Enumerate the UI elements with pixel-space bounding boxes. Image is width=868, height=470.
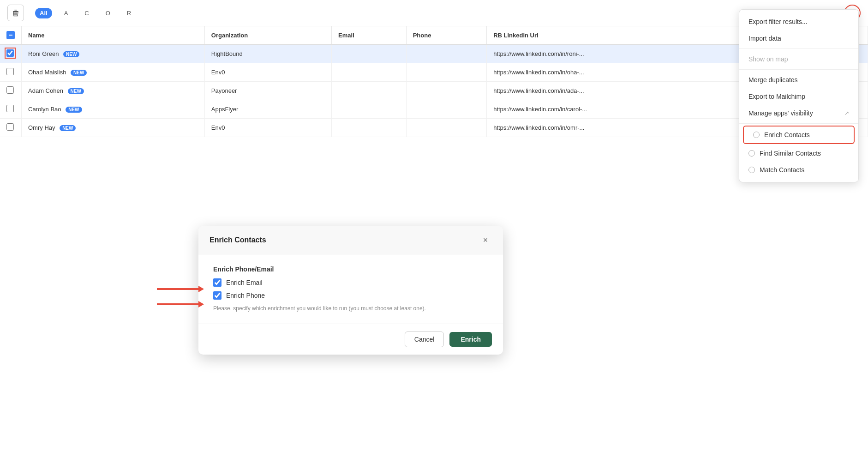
row-name: Omry Hay NEW — [22, 119, 205, 137]
row-checkbox-cell[interactable] — [0, 63, 22, 82]
table-row: Adam Cohen NEWPayoneerhttps://www.linked… — [0, 82, 868, 100]
row-checkbox[interactable] — [6, 49, 14, 57]
filter-tabs: All A C O R — [35, 8, 136, 18]
row-name: Carolyn Bao NEW — [22, 100, 205, 119]
menu-manage-apps[interactable]: Manage apps' visibility ↗ — [739, 105, 858, 121]
enrich-contacts-radio — [753, 132, 760, 138]
menu-match-contacts[interactable]: Match Contacts — [739, 162, 858, 178]
match-contacts-label: Match Contacts — [760, 166, 804, 174]
modal-title: Enrich Contacts — [210, 236, 266, 244]
row-cell: AppsFlyer — [204, 100, 331, 119]
row-checkbox-cell[interactable] — [0, 82, 22, 100]
modal-body: Enrich Phone/Email Enrich Email Enrich P… — [198, 254, 503, 324]
row-checkbox-cell[interactable] — [0, 119, 22, 137]
external-link-icon: ↗ — [844, 110, 849, 116]
row-cell: Env0 — [204, 119, 331, 137]
table-row: Carolyn Bao NEWAppsFlyerhttps://www.link… — [0, 100, 868, 119]
cancel-button[interactable]: Cancel — [405, 331, 444, 347]
filter-tab-a[interactable]: A — [60, 8, 73, 18]
row-cell: https://www.linkedin.com/in/oha-... — [487, 63, 759, 82]
filter-tab-r[interactable]: R — [122, 8, 136, 18]
row-checkbox[interactable] — [6, 123, 14, 131]
enrich-phone-label[interactable]: Enrich Phone — [226, 292, 265, 299]
menu-import-data[interactable]: Import data — [739, 30, 858, 47]
row-cell: Env0 — [204, 63, 331, 82]
col-organization: Organization — [204, 26, 331, 44]
svg-rect-1 — [14, 10, 17, 11]
row-cell — [406, 44, 486, 63]
row-cell — [406, 82, 486, 100]
table-row: Roni Green NEWRightBoundhttps://www.link… — [0, 44, 868, 63]
row-name: Roni Green NEW — [22, 44, 205, 63]
row-cell — [332, 63, 407, 82]
row-checkbox[interactable] — [6, 86, 14, 94]
dropdown-menu: Export filter results... Import data Sho… — [739, 9, 859, 182]
divider-3 — [739, 123, 858, 124]
enrich-phone-checkbox[interactable] — [213, 291, 221, 300]
modal-section-title: Enrich Phone/Email — [213, 265, 488, 273]
table-body: Roni Green NEWRightBoundhttps://www.link… — [0, 44, 868, 137]
enrich-button[interactable]: Enrich — [449, 332, 492, 347]
row-checkbox[interactable] — [6, 68, 14, 75]
row-cell — [406, 100, 486, 119]
table-header-row: Name Organization Email Phone RB Linkedi… — [0, 26, 868, 44]
row-cell: https://www.linkedin.com/in/ada-... — [487, 82, 759, 100]
enrich-contacts-modal: Enrich Contacts × Enrich Phone/Email Enr… — [198, 226, 503, 355]
contacts-table: Name Organization Email Phone RB Linkedi… — [0, 26, 868, 137]
new-badge: NEW — [66, 107, 82, 113]
menu-enrich-contacts[interactable]: Enrich Contacts — [743, 126, 855, 144]
table-row: Ohad Maislish NEWEnv0https://www.linkedi… — [0, 63, 868, 82]
row-cell: https://www.linkedin.com/in/omr-... — [487, 119, 759, 137]
row-cell: https://www.linkedin.com/in/roni-... — [487, 44, 759, 63]
divider-2 — [739, 69, 858, 70]
export-mailchimp-label: Export to Mailchimp — [748, 93, 805, 100]
col-name: Name — [22, 26, 205, 44]
arrow-phone-head — [198, 301, 204, 307]
divider-1 — [739, 48, 858, 49]
row-cell: Payoneer — [204, 82, 331, 100]
toolbar-left: All A C O R — [7, 5, 136, 21]
menu-export-filter[interactable]: Export filter results... — [739, 13, 858, 30]
export-filter-label: Export filter results... — [748, 18, 808, 25]
row-checkbox[interactable] — [6, 105, 14, 112]
modal-footer: Cancel Enrich — [198, 324, 503, 355]
select-all-checkbox[interactable] — [6, 31, 15, 39]
new-badge: NEW — [60, 125, 76, 131]
filter-tab-o[interactable]: O — [101, 8, 115, 18]
enrich-email-checkbox[interactable] — [213, 278, 221, 287]
row-cell — [332, 82, 407, 100]
contacts-table-container: Name Organization Email Phone RB Linkedi… — [0, 26, 868, 137]
enrich-phone-row: Enrich Phone — [213, 291, 488, 300]
row-cell — [332, 119, 407, 137]
arrow-email-head — [198, 286, 204, 292]
table-row: Omry Hay NEWEnv0https://www.linkedin.com… — [0, 119, 868, 137]
col-email: Email — [332, 26, 407, 44]
new-badge: NEW — [63, 51, 79, 57]
row-cell — [332, 100, 407, 119]
row-cell — [406, 119, 486, 137]
filter-tab-c[interactable]: C — [80, 8, 93, 18]
row-cell: RightBound — [204, 44, 331, 63]
row-checkbox-cell[interactable] — [0, 100, 22, 119]
delete-button[interactable] — [7, 5, 24, 21]
row-cell — [332, 44, 407, 63]
show-on-map-label: Show on map — [748, 55, 788, 63]
select-all-cell[interactable] — [0, 26, 22, 44]
enrich-email-label[interactable]: Enrich Email — [226, 279, 263, 286]
menu-merge-duplicates[interactable]: Merge duplicates — [739, 72, 858, 88]
enrich-email-row: Enrich Email — [213, 278, 488, 287]
trash-icon — [12, 9, 19, 17]
find-similar-label: Find Similar Contacts — [760, 150, 821, 157]
modal-hint: Please, specify which enrichment you wou… — [213, 304, 488, 313]
menu-export-mailchimp[interactable]: Export to Mailchimp — [739, 88, 858, 105]
new-badge: NEW — [68, 88, 84, 94]
merge-duplicates-label: Merge duplicates — [748, 76, 798, 84]
row-checkbox-cell[interactable] — [0, 44, 22, 63]
enrich-contacts-label: Enrich Contacts — [764, 131, 810, 139]
arrow-phone-line — [157, 303, 198, 305]
menu-find-similar[interactable]: Find Similar Contacts — [739, 145, 858, 162]
col-linkedin: RB Linkedin Url — [487, 26, 759, 44]
match-contacts-radio — [748, 167, 755, 173]
modal-close-button[interactable]: × — [479, 234, 492, 247]
filter-tab-all[interactable]: All — [35, 8, 52, 18]
